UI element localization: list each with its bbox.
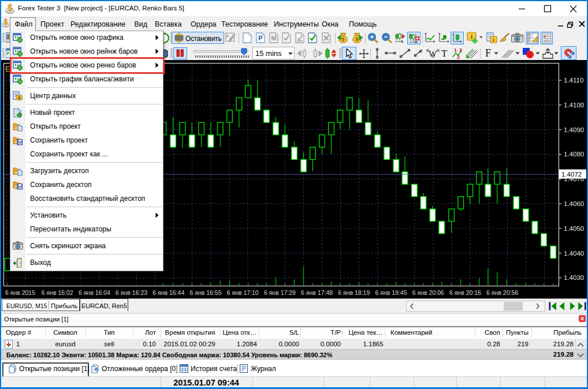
svg-text:1.4110: 1.4110 bbox=[564, 77, 583, 84]
svg-text:6 янв 19:45: 6 янв 19:45 bbox=[375, 289, 407, 296]
svg-text:1.4030: 1.4030 bbox=[564, 274, 584, 281]
svg-text:6 янв 18:19: 6 янв 18:19 bbox=[338, 289, 370, 296]
svg-text:6 янв 2015: 6 янв 2015 bbox=[5, 289, 35, 296]
svg-text:1.4100: 1.4100 bbox=[564, 102, 584, 109]
svg-text:$: $ bbox=[355, 36, 358, 42]
svg-text:2: 2 bbox=[457, 54, 460, 59]
svg-text:6 янв 17:29: 6 янв 17:29 bbox=[264, 289, 296, 296]
svg-text:$: $ bbox=[8, 3, 13, 13]
svg-text:6 янв 17:48: 6 янв 17:48 bbox=[301, 289, 333, 296]
svg-text:1.4060: 1.4060 bbox=[564, 200, 584, 207]
svg-text:3: 3 bbox=[459, 47, 462, 53]
svg-text:6 янв 16:44: 6 янв 16:44 bbox=[152, 289, 184, 296]
svg-text:M: M bbox=[271, 35, 276, 42]
svg-text:6 янв 16:02: 6 янв 16:02 bbox=[42, 289, 73, 296]
svg-text:P: P bbox=[94, 367, 98, 372]
svg-text:6 янв 16:04: 6 янв 16:04 bbox=[79, 289, 110, 296]
svg-text:6 янв 20:16: 6 янв 20:16 bbox=[449, 289, 481, 296]
svg-text:1.4080: 1.4080 bbox=[564, 151, 584, 158]
svg-text:1.4090: 1.4090 bbox=[564, 126, 584, 133]
svg-text:1.4050: 1.4050 bbox=[564, 225, 584, 232]
svg-text:1.4040: 1.4040 bbox=[564, 250, 584, 257]
svg-text:$: $ bbox=[341, 36, 344, 42]
svg-text:P: P bbox=[258, 35, 262, 42]
svg-text:6 янв 16:55: 6 янв 16:55 bbox=[189, 289, 221, 296]
svg-text:6 янв 20:56: 6 янв 20:56 bbox=[486, 289, 518, 296]
svg-text:6 янв 17:10: 6 янв 17:10 bbox=[227, 289, 259, 296]
svg-text:W: W bbox=[429, 49, 437, 58]
svg-text:6 янв 16:23: 6 янв 16:23 bbox=[116, 289, 147, 296]
svg-text:1.4072: 1.4072 bbox=[561, 171, 582, 178]
svg-text:$: $ bbox=[4, 18, 8, 27]
svg-text:1: 1 bbox=[454, 47, 457, 53]
svg-text:6 янв 20:06: 6 янв 20:06 bbox=[412, 289, 444, 296]
svg-text:i: i bbox=[471, 33, 472, 40]
